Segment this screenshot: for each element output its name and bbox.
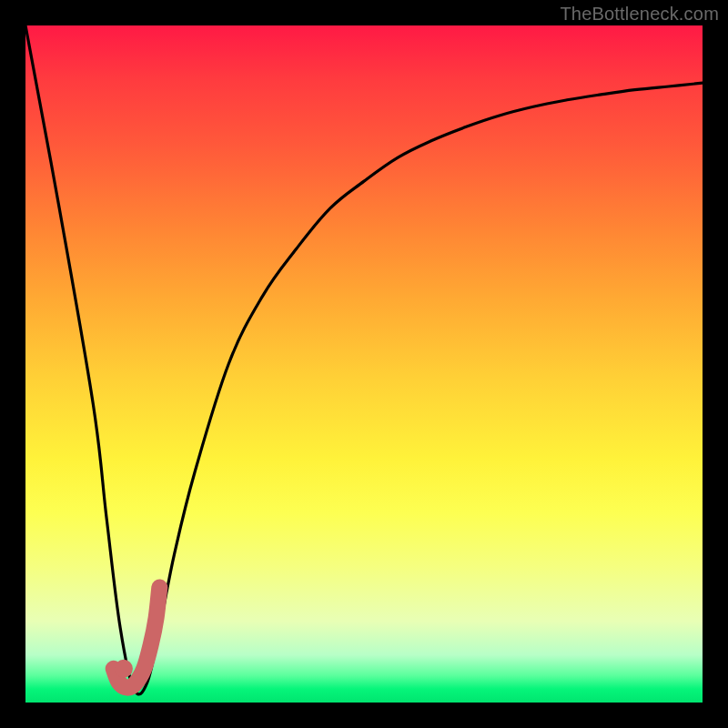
watermark-text: TheBottleneck.com <box>560 4 719 25</box>
plot-area <box>25 25 703 703</box>
bottleneck-curve <box>25 25 703 694</box>
chart-frame: TheBottleneck.com <box>0 0 728 728</box>
chart-svg <box>25 25 703 703</box>
accent-marker-dot <box>115 660 133 678</box>
